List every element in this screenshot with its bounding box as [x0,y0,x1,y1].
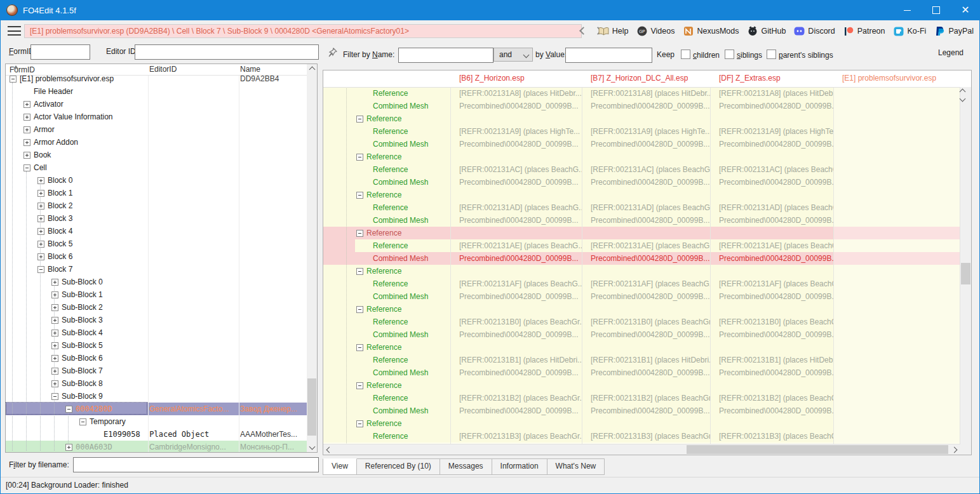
table-row[interactable]: Combined MeshPrecombined\0004280D_00099B… [323,404,960,417]
value-cell[interactable] [710,150,833,163]
value-cell[interactable]: Precombined\0004280D_00099B... [582,138,710,150]
value-cell[interactable]: [REFR:002131B2] (places BeachGr... [450,392,582,404]
link-help[interactable]: Help [598,26,629,37]
collapse-icon[interactable] [356,382,363,389]
menu-icon[interactable] [8,26,21,36]
value-cell[interactable]: [REFR:002131B0] (places BeachGr... [710,316,833,328]
value-cell[interactable] [833,100,960,112]
value-cell[interactable] [582,303,710,316]
table-row[interactable]: Reference[REFR:002131A8] (places HitDebr… [323,87,960,100]
value-cell[interactable] [710,189,833,201]
value-cell[interactable]: [REFR:002131B1] (places HitDebri... [450,354,582,366]
value-cell[interactable] [833,176,960,189]
value-cell[interactable] [833,201,960,214]
value-cell[interactable]: Precombined\0004280D_00099B... [582,404,710,417]
tree-row[interactable]: Book [6,149,307,161]
value-cell[interactable] [833,125,960,138]
table-row[interactable]: Reference[REFR:002131AD] (places BeachG.… [323,201,960,214]
table-row[interactable]: Combined MeshPrecombined\0004280D_00099B… [323,100,960,112]
tree-row[interactable]: Block 2 [6,199,307,212]
close-button[interactable]: ✕ [951,0,980,20]
value-cell[interactable] [582,341,710,354]
value-cell[interactable] [582,189,710,201]
expand-icon[interactable] [23,152,30,159]
value-cell[interactable] [833,138,960,150]
expand-icon[interactable] [23,139,30,146]
value-cell[interactable] [833,112,960,125]
expand-icon[interactable] [51,368,58,375]
value-cell[interactable] [833,239,960,252]
scrollbar-thumb[interactable] [307,378,316,436]
value-cell[interactable] [450,189,582,201]
value-cell[interactable]: [REFR:002131AC] (places BeachG... [710,163,833,176]
expand-icon[interactable] [23,114,30,121]
value-cell[interactable]: Precombined\0004280D_00099B... [450,404,582,417]
value-cell[interactable]: Precombined\0004280D_00099B... [710,100,833,112]
collapse-icon[interactable] [37,266,44,273]
value-cell[interactable] [450,341,582,354]
tab-what-s-new[interactable]: What's New [547,458,605,475]
value-cell[interactable] [833,404,960,417]
value-cell[interactable]: [REFR:002131AE] (places BeachG... [450,239,582,252]
value-cell[interactable] [833,341,960,354]
value-cell[interactable] [582,265,710,277]
value-cell[interactable]: [REFR:002131AF] (places BeachG... [582,277,710,290]
collapse-icon[interactable] [10,76,17,83]
value-cell[interactable] [833,328,960,341]
expand-icon[interactable] [51,304,58,311]
formid-input[interactable] [30,44,90,60]
tree-row[interactable]: Block 5 [6,237,307,250]
table-row[interactable]: Combined MeshPrecombined\0004280D_00099B… [323,138,960,150]
value-cell[interactable]: [REFR:002131B3] (places BeachGr... [450,430,582,443]
value-cell[interactable]: Precombined\0004280D_00099B... [710,404,833,417]
table-row[interactable]: Combined MeshPrecombined\0004280D_00099B… [323,214,960,227]
value-cell[interactable]: [REFR:002131AE] (places BeachG... [582,239,710,252]
value-cell[interactable]: Precombined\0004280D_00099B... [450,214,582,227]
breadcrumb[interactable]: [E1] problemsofsurvivor.esp (DD9A2BB4) \… [24,24,582,38]
pin-icon[interactable] [328,48,337,59]
value-cell[interactable] [833,354,960,366]
scroll-up-icon[interactable] [960,87,965,96]
scrollbar-thumb[interactable] [961,263,970,284]
value-cell[interactable]: Precombined\0004280D_00099B... [582,176,710,189]
keep-parents-siblings-checkbox[interactable] [767,50,776,59]
value-cell[interactable] [582,112,710,125]
value-cell[interactable]: [REFR:002131AE] (places BeachG... [710,239,833,252]
value-cell[interactable]: Precombined\0004280D_00099B... [582,214,710,227]
table-row[interactable]: Reference [323,150,960,163]
tree-row[interactable]: Block 1 [6,187,307,199]
tree-row[interactable]: Block 6 [6,250,307,263]
expand-icon[interactable] [51,317,58,324]
scroll-left-icon[interactable] [325,444,332,455]
collapse-icon[interactable] [356,230,363,237]
collapse-icon[interactable] [356,344,363,351]
value-cell[interactable] [833,265,960,277]
collapse-icon[interactable] [356,116,363,123]
tab-referenced-by-10-[interactable]: Referenced By (10) [357,458,440,475]
link-nexusmods[interactable]: NexusMods [683,26,739,37]
collapse-icon[interactable] [356,268,363,275]
value-cell[interactable]: Precombined\0004280D_00099B... [710,252,833,265]
tree-row[interactable]: Temporary [6,415,307,428]
value-cell[interactable]: Precombined\0004280D_00099B... [710,214,833,227]
tree-row[interactable]: Actor Value Information [6,110,307,123]
value-cell[interactable]: Precombined\0004280D_00099B... [450,138,582,150]
value-cell[interactable]: [REFR:002131B2] (places BeachGr... [710,392,833,404]
expand-icon[interactable] [37,215,44,222]
tree-row[interactable]: Armor Addon [6,136,307,149]
expand-icon[interactable] [37,253,44,260]
value-cell[interactable] [833,316,960,328]
expand-icon[interactable] [51,380,58,387]
tree-row[interactable]: Sub-Block 9 [6,390,307,403]
table-vertical-scrollbar[interactable] [960,87,971,444]
tab-information[interactable]: Information [492,458,547,475]
filter-name-input[interactable] [398,48,493,63]
collapse-icon[interactable] [356,306,363,313]
value-cell[interactable]: Precombined\0004280D_00099B... [450,290,582,303]
value-cell[interactable]: [REFR:002131A8] (places HitDebr... [582,87,710,100]
tree-row[interactable]: Block 0 [6,174,307,187]
expand-icon[interactable] [51,355,58,362]
table-row[interactable]: Reference[REFR:002131AE] (places BeachG.… [323,239,960,252]
plugin-column-header[interactable]: [B7] Z_Horizon_DLC_All.esp [591,74,688,83]
value-cell[interactable] [833,252,960,265]
